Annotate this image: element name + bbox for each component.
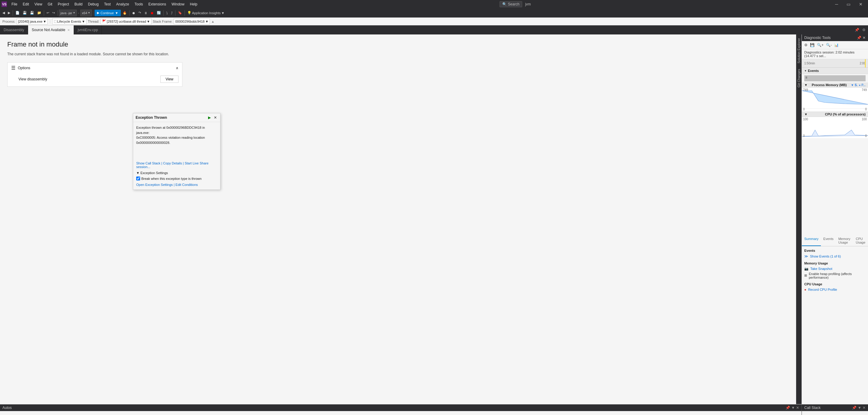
view-disassembly-button[interactable]: View <box>160 76 179 83</box>
autos-close-icon[interactable]: ✕ <box>796 406 799 410</box>
editor-area: Frame not in module The current stack fr… <box>0 34 796 404</box>
stop-button[interactable]: ⏹ <box>149 10 155 16</box>
process-dropdown-debug[interactable]: [20340] java.exe ▼ <box>17 19 48 25</box>
diag-toolbar: ⚙ 💾 🔍+ 🔍- 📊 <box>802 41 868 49</box>
call-stack-arrow-icon[interactable]: ▼ <box>858 406 861 410</box>
dialog-play-button[interactable]: ▶ <box>207 115 212 120</box>
diag-panel-title: Diagnostic Tools <box>804 36 831 40</box>
menu-test[interactable]: Test <box>102 1 113 7</box>
bookmark-button[interactable]: 🔖 <box>177 10 183 16</box>
events-section-header[interactable]: ▼ Events <box>802 68 868 74</box>
minimize-button[interactable]: ─ <box>831 0 843 8</box>
copy-details-link[interactable]: Copy Details <box>163 161 182 165</box>
autos-arrow-icon[interactable]: ▼ <box>791 406 795 410</box>
menu-project[interactable]: Project <box>55 1 71 7</box>
save-all-button[interactable]: 💾 <box>29 10 35 16</box>
diag-save-button[interactable]: 💾 <box>809 42 815 48</box>
step-out-button[interactable]: ⤴ <box>170 10 174 16</box>
menu-edit[interactable]: Edit <box>20 1 31 7</box>
dialog-close-button[interactable]: ✕ <box>213 115 218 120</box>
menu-window[interactable]: Window <box>169 1 187 7</box>
forward-button[interactable]: ▶ <box>7 10 11 16</box>
take-snapshot-item[interactable]: 📷 Take Snapshot <box>804 266 866 271</box>
save-button[interactable]: 💾 <box>22 10 28 16</box>
tab-source-not-available[interactable]: Source Not Available ✕ <box>28 25 74 34</box>
events-arrow-icon: ▼ <box>804 69 807 72</box>
diag-tab-events[interactable]: Events <box>821 236 836 246</box>
open-exception-settings-link[interactable]: Open Exception Settings <box>136 183 173 186</box>
diag-timeline[interactable]: 1:50min 2:00 <box>802 59 868 68</box>
restart-button[interactable]: 🔄 <box>156 10 162 16</box>
arch-dropdown[interactable]: x64 ▼ <box>80 10 92 16</box>
tab-action-gear[interactable]: ⚙ <box>861 27 867 33</box>
diag-zoom-out-button[interactable]: 🔍- <box>826 42 832 48</box>
app-insights-button[interactable]: 💡 Application Insights ▼ <box>186 10 226 16</box>
menu-help[interactable]: Help <box>188 1 200 7</box>
memory-y-min-left: 0 <box>803 108 805 111</box>
diag-pin-button[interactable]: 📌 <box>857 36 861 40</box>
arch-value: x64 <box>82 11 87 15</box>
tab-disassembly[interactable]: Disassembly <box>0 25 28 34</box>
collapse-icon[interactable]: ▲ <box>211 20 214 23</box>
pause-button[interactable]: ⏸ <box>143 10 149 16</box>
tab-jvmtienv[interactable]: jvmtiEnv.cpp <box>74 25 102 34</box>
cpu-chart-header[interactable]: ▼ CPU (% of all processors) <box>802 112 868 117</box>
toolbar-separator-8 <box>185 10 185 16</box>
open-button[interactable]: 📁 <box>36 10 42 16</box>
continue-button[interactable]: ▶ Continue ▼ <box>95 10 121 16</box>
close-button[interactable]: ✕ <box>855 0 867 8</box>
show-call-stack-link[interactable]: Show Call Stack <box>136 161 160 165</box>
lifecycle-dropdown[interactable]: ⬚ Lifecycle Events ▼ <box>52 19 86 25</box>
svg-marker-4 <box>802 130 868 137</box>
back-button[interactable]: ◀ <box>1 10 6 16</box>
diag-content: Events ≫ Show Events (1 of 6) Memory Usa… <box>802 246 868 405</box>
menu-debug[interactable]: Debug <box>86 1 101 7</box>
record-button[interactable]: ⏺ <box>131 10 136 16</box>
edit-conditions-link[interactable]: Edit Conditions <box>176 183 198 186</box>
menu-git[interactable]: Git <box>45 1 55 7</box>
call-stack-close-icon[interactable]: ✕ <box>863 406 866 410</box>
tab-source-close[interactable]: ✕ <box>67 28 70 32</box>
menu-file[interactable]: File <box>9 1 20 7</box>
menu-tools[interactable]: Tools <box>132 1 145 7</box>
menu-extensions[interactable]: Extensions <box>146 1 168 7</box>
menu-view[interactable]: View <box>32 1 45 7</box>
arch-dropdown-arrow: ▼ <box>88 11 90 14</box>
tab-bar: Disassembly Source Not Available ✕ jvmti… <box>0 25 868 34</box>
thread-dropdown[interactable]: 🚩 [29372] ucrtbase.dll thread ▼ <box>100 19 152 25</box>
break-when-thrown-checkbox[interactable] <box>136 177 140 180</box>
undo-button[interactable]: ↩ <box>45 10 51 16</box>
new-file-button[interactable]: 📄 <box>14 10 21 16</box>
maximize-button[interactable]: ▭ <box>843 0 855 8</box>
tab-action-pin[interactable]: 📌 <box>854 27 861 33</box>
diag-tab-memory[interactable]: Memory Usage <box>836 236 854 246</box>
thread-label: Thread: <box>88 20 99 23</box>
memory-chart-header[interactable]: ▼ Process Memory (MB) ▼ S. ● P... <box>802 83 868 88</box>
diag-tab-cpu[interactable]: CPU Usage <box>853 236 868 246</box>
search-bar[interactable]: 🔍 Search <box>499 1 522 7</box>
diag-header-controls: 📌 ✕ <box>857 36 866 40</box>
dialog-title: Exception Thrown <box>135 115 167 120</box>
diag-zoom-in-button[interactable]: 🔍+ <box>816 42 824 48</box>
solution-explorer-label[interactable]: Solution Explorer <box>797 36 801 66</box>
record-cpu-item[interactable]: ● Record CPU Profile <box>804 287 866 292</box>
diag-tab-summary[interactable]: Summary <box>802 236 821 246</box>
show-events-icon: ≫ <box>804 254 808 259</box>
bottom-area: Autos 📌 ▼ ✕ Call Stack 📌 ▼ ✕ <box>0 404 868 415</box>
flame-button[interactable]: 🔥 <box>121 10 128 16</box>
options-collapse-icon[interactable]: ∧ <box>176 66 179 70</box>
git-changes-label[interactable]: Git Changes <box>797 66 801 90</box>
step-over-button[interactable]: ↷ <box>137 10 142 16</box>
show-events-item[interactable]: ≫ Show Events (1 of 6) <box>804 254 866 259</box>
diag-chart-button[interactable]: 📊 <box>834 42 839 48</box>
step-into-button[interactable]: ⤵ <box>165 10 169 16</box>
diag-close-button[interactable]: ✕ <box>863 36 866 40</box>
process-dropdown[interactable]: java -jar ▼ <box>59 10 77 16</box>
redo-button[interactable]: ↪ <box>51 10 56 16</box>
call-stack-pin-icon[interactable]: 📌 <box>852 406 857 410</box>
stack-frame-dropdown[interactable]: 00000296bddc9418 ▼ <box>174 19 210 25</box>
menu-build[interactable]: Build <box>72 1 85 7</box>
menu-analyze[interactable]: Analyze <box>114 1 132 7</box>
autos-pin-icon[interactable]: 📌 <box>785 406 790 410</box>
diag-settings-button[interactable]: ⚙ <box>804 42 808 48</box>
